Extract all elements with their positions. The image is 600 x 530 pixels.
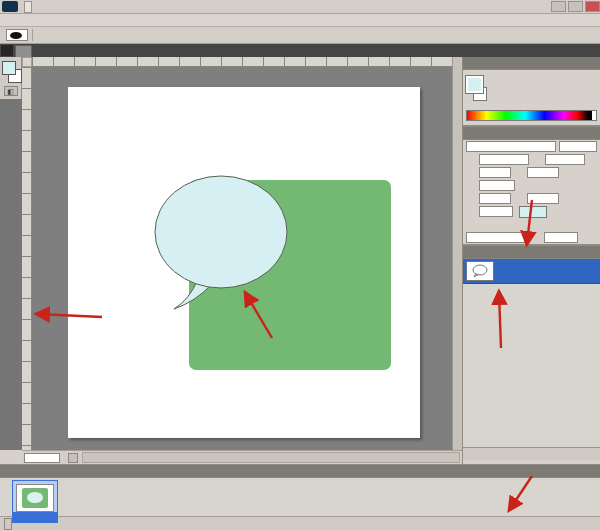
text-color-swatch[interactable] xyxy=(519,206,547,218)
status-info-menu-button[interactable] xyxy=(68,453,78,463)
vertical-scale-field[interactable] xyxy=(479,167,511,178)
zoom-level-field[interactable] xyxy=(24,1,32,13)
dock-icon xyxy=(1,45,13,56)
color-swatches[interactable] xyxy=(1,60,21,84)
status-bar xyxy=(22,450,462,464)
kerning-field[interactable] xyxy=(527,193,559,204)
baseline-shift-field[interactable] xyxy=(479,206,513,217)
color-spectrum-ramp[interactable] xyxy=(466,110,597,121)
ruler-corner xyxy=(22,57,32,67)
photoshop-window: ◧ xyxy=(0,0,600,530)
quick-mask-button[interactable]: ◧ xyxy=(4,86,18,96)
leading-field[interactable] xyxy=(545,154,585,165)
font-style-select[interactable] xyxy=(559,141,597,152)
foreground-color-swatch[interactable] xyxy=(466,76,483,93)
tracking-field[interactable] xyxy=(479,193,511,204)
tools-dock: ◧ xyxy=(0,57,22,450)
animation-panel xyxy=(0,464,600,530)
horizontal-scale-field[interactable] xyxy=(527,167,559,178)
custom-shape-picker[interactable] xyxy=(6,29,28,41)
horizontal-ruler[interactable] xyxy=(32,57,452,67)
color-panel-tabs xyxy=(463,57,600,70)
document-tab-strip xyxy=(0,44,600,57)
color-panel xyxy=(463,57,600,127)
close-button[interactable] xyxy=(585,1,600,12)
application-title-bar xyxy=(0,0,600,14)
menu-bar xyxy=(0,14,600,27)
font-size-field[interactable] xyxy=(479,154,529,165)
animation-controls xyxy=(0,516,600,530)
frame-thumbnail-bubble xyxy=(27,492,43,503)
paths-panel xyxy=(463,246,600,460)
restore-button[interactable] xyxy=(568,1,583,12)
green-rounded-square-shape xyxy=(189,180,391,370)
tool-options-bar xyxy=(0,27,600,44)
panel-color-swatches[interactable] xyxy=(466,74,486,104)
paths-panel-tabs xyxy=(463,246,600,259)
divider xyxy=(32,29,33,41)
frame-thumbnail xyxy=(16,484,54,512)
character-panel xyxy=(463,127,600,246)
document-canvas[interactable] xyxy=(68,87,420,438)
loop-count-select[interactable] xyxy=(4,518,12,530)
horizontal-scrollbar[interactable] xyxy=(82,452,460,463)
anti-alias-select[interactable] xyxy=(544,232,578,243)
foreground-color-swatch[interactable] xyxy=(2,61,16,75)
vertical-scrollbar[interactable] xyxy=(452,57,462,450)
language-select[interactable] xyxy=(466,232,528,243)
paths-panel-footer xyxy=(463,447,600,460)
status-zoom-field[interactable] xyxy=(24,453,60,463)
document-window[interactable] xyxy=(22,57,462,450)
animation-frames-area xyxy=(0,478,600,516)
photoshop-logo xyxy=(2,1,18,12)
font-family-select[interactable] xyxy=(466,141,556,152)
character-panel-tabs xyxy=(463,127,600,140)
frame-delay-select[interactable] xyxy=(13,512,57,522)
proportional-spacing-field[interactable] xyxy=(479,180,515,191)
animation-panel-tabs xyxy=(0,465,600,478)
work-path-row[interactable] xyxy=(463,259,600,284)
panel-dock xyxy=(462,57,600,464)
vertical-ruler[interactable] xyxy=(22,67,32,450)
minimize-button[interactable] xyxy=(551,1,566,12)
path-thumbnail xyxy=(466,261,494,281)
document-tab[interactable] xyxy=(15,45,32,57)
animation-frame[interactable] xyxy=(12,480,58,523)
speech-bubble-shape-icon xyxy=(10,32,22,39)
toolbar: ◧ xyxy=(0,57,22,99)
